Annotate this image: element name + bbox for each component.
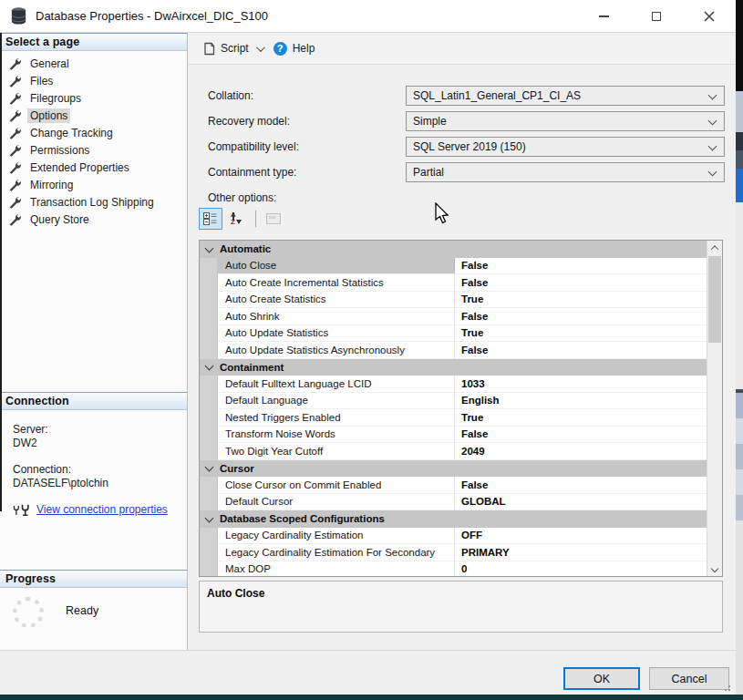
category-cursor[interactable]: Cursor (200, 460, 707, 478)
chevron-down-icon (711, 565, 718, 572)
chevron-down-icon (708, 117, 717, 126)
az-sort-icon: AZ (231, 211, 242, 226)
view-connection-properties-link[interactable]: View connection properties (36, 503, 168, 517)
collation-select[interactable]: SQL_Latin1_General_CP1_CI_AS (406, 86, 725, 106)
mouse-cursor (432, 202, 450, 226)
connection-header: Connection (0, 392, 187, 410)
connection-value: DATASELF\ptolchin (13, 477, 187, 490)
chevron-down-icon (256, 43, 265, 52)
wrench-icon (8, 196, 21, 209)
property-grid: Automatic Auto Close False Auto Create I… (199, 240, 723, 577)
sidebar-item-query-store[interactable]: Query Store (0, 211, 187, 228)
select-a-page-header: Select a page (0, 33, 187, 51)
connection-panel: Connection Server: DW2 Connection: DATAS… (0, 392, 187, 517)
taskbar-edge (0, 695, 743, 700)
chevron-up-icon (711, 245, 718, 252)
sidebar-item-mirroring[interactable]: Mirroring (0, 176, 187, 193)
wrench-icon (8, 144, 21, 157)
chevron-down-icon (708, 168, 717, 177)
wrench-icon (8, 109, 21, 122)
containment-type-row: Containment type: Partial (188, 162, 736, 182)
window-title: Database Properties - DwAirxcel_DIC_S100 (36, 9, 268, 23)
scroll-up-button[interactable] (707, 241, 722, 255)
script-button[interactable]: Script (197, 38, 268, 59)
collapse-icon (205, 513, 214, 522)
dialog-toolbar: Script ? Help (188, 33, 736, 65)
help-button[interactable]: ? Help (268, 38, 321, 59)
property-pages-button (262, 208, 285, 230)
sidebar-item-files[interactable]: Files (0, 72, 187, 89)
wrench-icon (8, 179, 21, 191)
chevron-down-icon (708, 91, 717, 100)
property-pages-icon (266, 213, 281, 224)
categorized-icon (203, 212, 218, 225)
wrench-icon (8, 213, 21, 226)
recovery-model-label: Recovery model: (208, 115, 290, 128)
description-title: Auto Close (207, 587, 715, 600)
grid-row[interactable]: Default Language English (200, 393, 707, 410)
sidebar-item-transaction-log-shipping[interactable]: Transaction Log Shipping (0, 193, 187, 211)
cancel-button[interactable]: Cancel (649, 667, 729, 690)
recovery-model-select[interactable]: Simple (406, 111, 725, 131)
progress-header: Progress (0, 570, 187, 588)
grid-row[interactable]: Auto Create Statistics True (200, 292, 707, 309)
grid-row[interactable]: Auto Update Statistics Asynchronously Fa… (200, 342, 707, 359)
grid-row[interactable]: Auto Create Incremental Statistics False (200, 274, 707, 292)
window-edge (0, 33, 2, 511)
options-page: Script ? Help Collation: SQL_Latin1_Gene… (188, 33, 736, 650)
minimize-icon (599, 15, 609, 17)
property-grid-toolbar: AZ (199, 207, 287, 231)
category-automatic[interactable]: Automatic (200, 241, 707, 258)
grid-row[interactable]: Default Cursor GLOBAL (200, 494, 707, 511)
scroll-down-button[interactable] (707, 561, 722, 576)
containment-type-select[interactable]: Partial (406, 162, 725, 182)
progress-status: Ready (66, 604, 98, 617)
containment-type-label: Containment type: (208, 166, 296, 179)
grid-row-auto-close[interactable]: Auto Close False (200, 258, 707, 275)
ok-button[interactable]: OK (563, 667, 640, 690)
collapse-icon (205, 362, 214, 371)
close-button[interactable] (683, 0, 736, 33)
sidebar-item-extended-properties[interactable]: Extended Properties (0, 159, 187, 176)
grid-row[interactable]: Transform Noise Words False (200, 427, 707, 444)
grid-row[interactable]: Legacy Cardinality Estimation OFF (200, 528, 707, 545)
connection-label: Connection: (13, 463, 187, 477)
grid-row[interactable]: Two Digit Year Cutoff 2049 (200, 443, 707, 460)
category-database-scoped-configurations[interactable]: Database Scoped Configurations (200, 510, 707, 528)
collation-row: Collation: SQL_Latin1_General_CP1_CI_AS (188, 86, 736, 106)
scrollbar-thumb[interactable] (708, 256, 721, 343)
minimize-button[interactable] (577, 0, 630, 33)
grid-scrollbar[interactable] (707, 241, 722, 576)
help-icon: ? (273, 42, 287, 56)
sidebar-item-filegroups[interactable]: Filegroups (0, 89, 187, 107)
category-containment[interactable]: Containment (200, 359, 707, 376)
grid-row[interactable]: Max DOP 0 (200, 561, 707, 577)
recovery-model-row: Recovery model: Simple (188, 111, 736, 131)
maximize-button[interactable] (630, 0, 683, 33)
select-a-page-panel: Select a page General Files Filegroups O… (0, 33, 188, 650)
wrench-icon (8, 161, 21, 174)
sidebar-item-change-tracking[interactable]: Change Tracking (0, 124, 187, 141)
collapse-icon (205, 463, 214, 472)
grid-row[interactable]: Auto Shrink False (200, 308, 707, 325)
sidebar-item-general[interactable]: General (0, 55, 187, 72)
connection-info: Connection: DATASELF\ptolchin (13, 463, 187, 490)
sidebar-item-permissions[interactable]: Permissions (0, 141, 187, 159)
grid-row[interactable]: Nested Triggers Enabled True (200, 409, 707, 427)
script-icon (202, 42, 215, 56)
resize-grip[interactable] (723, 684, 730, 691)
grid-row[interactable]: Default Fulltext Language LCID 1033 (200, 376, 707, 393)
grid-row[interactable]: Auto Update Statistics True (200, 325, 707, 343)
sidebar-item-options[interactable]: Options (0, 107, 187, 124)
compatibility-level-label: Compatibility level: (208, 140, 299, 153)
database-icon (11, 7, 26, 25)
wrench-icon (8, 127, 21, 139)
property-description-panel: Auto Close (199, 581, 723, 633)
titlebar: Database Properties - DwAirxcel_DIC_S100 (0, 0, 736, 33)
compatibility-level-select[interactable]: SQL Server 2019 (150) (406, 137, 725, 157)
wrench-icon (8, 75, 21, 88)
alphabetical-sort-button[interactable]: AZ (224, 208, 248, 230)
grid-row[interactable]: Close Cursor on Commit Enabled False (200, 477, 707, 494)
categorized-view-button[interactable] (199, 208, 222, 230)
grid-row[interactable]: Legacy Cardinality Estimation For Second… (200, 544, 707, 561)
